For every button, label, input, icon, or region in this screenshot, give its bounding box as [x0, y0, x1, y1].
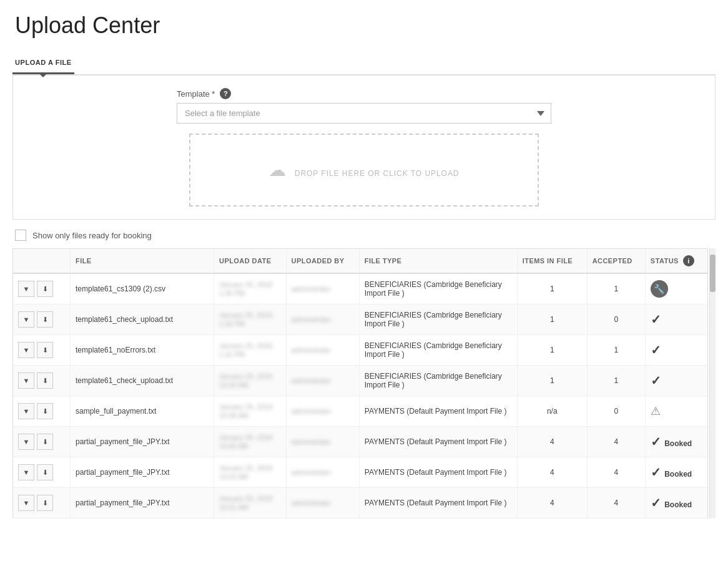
status-cell: ✓	[645, 304, 707, 335]
uploaded-by-value: administrator	[292, 407, 332, 415]
dropdown-action-button[interactable]: ▼	[18, 372, 34, 389]
file-cell: partial_payment_file_JPY.txt	[71, 427, 214, 457]
col-header-items-in-file: ITEMS IN FILE	[517, 249, 587, 274]
dropzone[interactable]: ☁ DROP FILE HERE OR CLICK TO UPLOAD	[189, 134, 539, 207]
show-ready-checkbox[interactable]	[15, 230, 26, 241]
table-row: ▼ ⬇ template61_check_upload.txtJanuary 2…	[13, 366, 708, 396]
status-cell: ✓ Booked	[645, 457, 707, 488]
uploaded-by-cell: administrator	[286, 427, 359, 457]
download-button[interactable]: ⬇	[37, 434, 53, 450]
upload-date-cell: January 25, 2018 10:08 AM	[214, 396, 287, 427]
download-button[interactable]: ⬇	[37, 372, 53, 389]
table-header: FILE UPLOAD DATE UPLOADED BY FILE TYPE I…	[13, 249, 708, 274]
dropdown-action-button[interactable]: ▼	[18, 311, 34, 328]
items-in-file-cell: 1	[517, 366, 587, 396]
action-buttons: ▼ ⬇	[18, 372, 65, 389]
uploaded-by-cell: administrator	[286, 304, 359, 335]
upload-date-cell: January 25, 2018 10:01 AM	[214, 488, 287, 518]
download-button[interactable]: ⬇	[37, 342, 53, 358]
upload-date-value: January 25, 2018 10:01 AM	[219, 495, 272, 511]
file-type-cell: PAYMENTS (Default Payment Import File )	[359, 427, 517, 457]
actions-cell: ▼ ⬇	[13, 488, 71, 518]
page-container: Upload Center UPLOAD A FILE Template * ?…	[0, 0, 728, 579]
upload-date-cell: January 25, 2018 1:31 PM	[214, 335, 287, 366]
status-info-icon[interactable]: i	[683, 255, 694, 266]
checkmark-icon: ✓	[651, 374, 661, 387]
items-in-file-cell: n/a	[517, 396, 587, 427]
file-cell: partial_payment_file_JPY.txt	[71, 488, 214, 518]
file-cell: template61_check_upload.txt	[71, 366, 214, 396]
uploaded-by-value: administrator	[292, 285, 332, 293]
accepted-cell: 4	[587, 457, 645, 488]
checkmark-icon: ✓	[651, 313, 661, 326]
col-header-file-type: FILE TYPE	[359, 249, 517, 274]
table-container: FILE UPLOAD DATE UPLOADED BY FILE TYPE I…	[12, 248, 716, 518]
action-buttons: ▼ ⬇	[18, 281, 65, 297]
booked-label: Booked	[662, 439, 692, 448]
actions-cell: ▼ ⬇	[13, 273, 71, 304]
upload-date-cell: January 25, 2018 10:03 AM	[214, 457, 287, 488]
upload-date-cell: January 25, 2018 10:26 AM	[214, 366, 287, 396]
actions-cell: ▼ ⬇	[13, 335, 71, 366]
table-body: ▼ ⬇ template61_cs1309 (2).csvJanuary 25,…	[13, 273, 708, 518]
upload-date-value: January 25, 2018 1:34 PM	[219, 311, 272, 328]
status-cell: 🔧	[645, 273, 707, 304]
status-cell: ✓ Booked	[645, 427, 707, 457]
col-header-file: FILE	[71, 249, 214, 274]
dropdown-action-button[interactable]: ▼	[18, 281, 34, 297]
table-row: ▼ ⬇ partial_payment_file_JPY.txtJanuary …	[13, 457, 708, 488]
checkmark-icon: ✓	[651, 465, 661, 479]
items-in-file-cell: 1	[517, 273, 587, 304]
download-button[interactable]: ⬇	[37, 464, 53, 480]
checkmark-icon: ✓	[651, 343, 661, 357]
dropdown-action-button[interactable]: ▼	[18, 403, 34, 419]
dropdown-action-button[interactable]: ▼	[18, 464, 34, 480]
upload-date-cell: January 25, 2018 1:35 PM	[214, 273, 287, 304]
accepted-cell: 1	[587, 335, 645, 366]
dropdown-action-button[interactable]: ▼	[18, 434, 34, 450]
uploaded-by-value: administrator	[292, 438, 332, 445]
file-type-cell: PAYMENTS (Default Payment Import File )	[359, 488, 517, 518]
page-title: Upload Center	[12, 12, 716, 39]
dropdown-action-button[interactable]: ▼	[18, 495, 34, 511]
uploaded-by-value: administrator	[292, 377, 332, 384]
uploaded-by-cell: administrator	[286, 396, 359, 427]
actions-cell: ▼ ⬇	[13, 396, 71, 427]
checkmark-icon: ✓	[651, 435, 661, 449]
file-type-cell: PAYMENTS (Default Payment Import File )	[359, 457, 517, 488]
file-cell: template61_noErrors.txt	[71, 335, 214, 366]
uploaded-by-value: administrator	[292, 346, 332, 354]
accepted-cell: 1	[587, 366, 645, 396]
download-button[interactable]: ⬇	[37, 311, 53, 328]
upload-date-value: January 25, 2018 1:35 PM	[219, 281, 272, 297]
uploaded-by-cell: administrator	[286, 366, 359, 396]
download-button[interactable]: ⬇	[37, 281, 53, 297]
table-row: ▼ ⬇ template61_check_upload.txtJanuary 2…	[13, 304, 708, 335]
download-button[interactable]: ⬇	[37, 403, 53, 419]
template-select[interactable]: Select a file template	[177, 103, 551, 124]
file-cell: template61_check_upload.txt	[71, 304, 214, 335]
col-header-upload-date: UPLOAD DATE	[214, 249, 287, 274]
items-in-file-cell: 4	[517, 427, 587, 457]
file-type-cell: BENEFICIARIES (Cambridge Beneficiary Imp…	[359, 335, 517, 366]
table-row: ▼ ⬇ partial_payment_file_JPY.txtJanuary …	[13, 427, 708, 457]
items-in-file-cell: 1	[517, 335, 587, 366]
table-row: ▼ ⬇ template61_cs1309 (2).csvJanuary 25,…	[13, 273, 708, 304]
uploaded-by-value: administrator	[292, 316, 332, 323]
accepted-cell: 0	[587, 304, 645, 335]
accepted-cell: 1	[587, 273, 645, 304]
download-button[interactable]: ⬇	[37, 495, 53, 511]
dropdown-action-button[interactable]: ▼	[18, 342, 34, 358]
file-cell: partial_payment_file_JPY.txt	[71, 457, 214, 488]
col-header-status: STATUS i	[645, 249, 707, 274]
cloud-upload-icon: ☁	[268, 160, 287, 180]
items-in-file-cell: 4	[517, 488, 587, 518]
help-icon[interactable]: ?	[220, 88, 231, 99]
uploaded-by-value: administrator	[292, 469, 332, 476]
uploaded-by-cell: administrator	[286, 457, 359, 488]
vertical-scrollbar[interactable]	[709, 248, 716, 518]
scrollbar-thumb[interactable]	[710, 255, 716, 292]
filter-label: Show only files ready for booking	[32, 231, 152, 240]
uploaded-by-cell: administrator	[286, 488, 359, 518]
tab-upload-a-file[interactable]: UPLOAD A FILE	[12, 54, 74, 74]
